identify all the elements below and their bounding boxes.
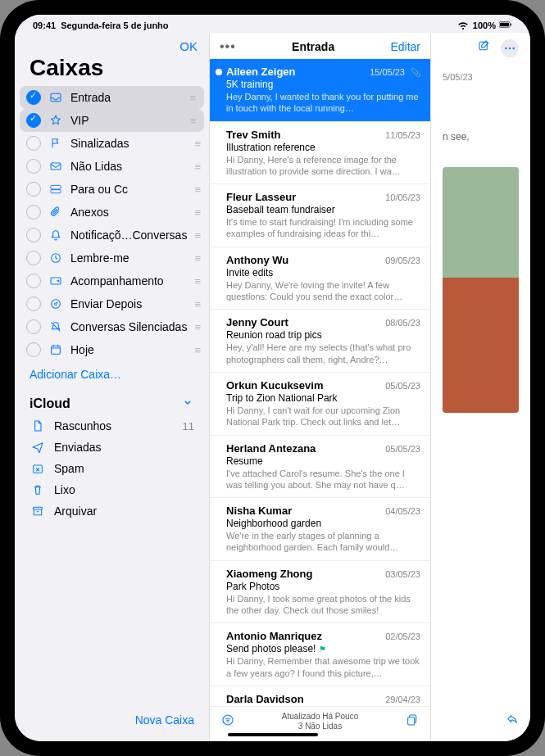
mailbox-row[interactable]: Sinalizadas≡ <box>15 132 209 155</box>
message-row[interactable]: Orkun Kucuksevim05/05/23Trip to Zion Nat… <box>210 373 430 436</box>
message-subject: Baseball team fundraiser <box>226 204 420 215</box>
message-row[interactable]: Fleur Lasseur10/05/23Baseball team fundr… <box>210 184 430 247</box>
checkbox-icon[interactable] <box>26 297 41 311</box>
checkbox-icon[interactable] <box>26 205 41 220</box>
flag-icon <box>48 137 64 150</box>
message-preview: Hi Danny, I took some great photos of th… <box>226 593 420 617</box>
bell-icon <box>48 229 64 242</box>
account-folder-row[interactable]: Rascunhos11 <box>15 415 209 437</box>
section-title: iCloud <box>30 396 70 411</box>
message-row[interactable]: Jenny Court08/05/23Reunion road trip pic… <box>210 310 430 373</box>
mailbox-row[interactable]: Hoje≡ <box>15 338 209 361</box>
checkbox-icon[interactable] <box>26 274 41 288</box>
message-date: 09/05/23 <box>385 256 420 265</box>
checkbox-icon[interactable] <box>26 136 41 151</box>
mailbox-label: Notificaçõ…Conversas <box>70 229 188 242</box>
home-indicator[interactable] <box>228 733 318 736</box>
mailbox-row[interactable]: Entrada≡ <box>20 86 204 109</box>
message-reader-panel: 5/05/23 n see, <box>431 33 530 741</box>
checkbox-icon[interactable] <box>26 228 41 242</box>
message-subject: 5K training <box>226 79 420 90</box>
more-icon[interactable] <box>501 39 519 57</box>
svg-point-13 <box>223 715 233 725</box>
trash-icon <box>30 483 46 496</box>
mailbox-row[interactable]: VIP≡ <box>20 109 204 132</box>
checkbox-icon[interactable] <box>26 319 41 334</box>
send-later-icon <box>48 297 64 310</box>
mailbox-row[interactable]: Para ou Cc≡ <box>15 178 209 201</box>
message-row[interactable]: Xiaomeng Zhong03/05/23Park PhotosHi Dann… <box>210 561 430 624</box>
reader-attachment-image[interactable] <box>443 167 519 413</box>
reorder-handle-icon[interactable]: ≡ <box>194 252 201 265</box>
svg-rect-6 <box>51 190 61 193</box>
message-row[interactable]: Anthony Wu09/05/23Invite editsHey Danny,… <box>210 247 430 310</box>
reply-icon[interactable] <box>506 713 519 727</box>
bell-slash-icon <box>48 320 64 333</box>
checkbox-icon[interactable] <box>26 342 41 357</box>
mailbox-row[interactable]: Notificaçõ…Conversas≡ <box>15 224 209 247</box>
unread-dot-icon <box>216 69 222 75</box>
message-row[interactable]: Darla Davidson29/04/23The best vacation <box>210 686 430 706</box>
checkbox-icon[interactable] <box>26 251 41 265</box>
mailbox-label: Não Lidas <box>70 160 188 173</box>
mailbox-row[interactable]: Acompanhamento≡ <box>15 269 209 292</box>
reorder-handle-icon[interactable]: ≡ <box>194 183 201 196</box>
reorder-handle-icon[interactable]: ≡ <box>194 206 201 219</box>
message-row[interactable]: Herland Antezana05/05/23ResumeI've attac… <box>210 436 430 499</box>
message-row[interactable]: Nisha Kumar04/05/23Neighborhood gardenWe… <box>210 498 430 561</box>
folder-label: Enviadas <box>54 441 194 454</box>
message-preview: We're in the early stages of planning a … <box>226 530 420 554</box>
new-mailbox-button[interactable]: Nova Caixa <box>135 713 194 727</box>
mailbox-row[interactable]: Não Lidas≡ <box>15 155 209 178</box>
mailbox-row[interactable]: Enviar Depois≡ <box>15 292 209 315</box>
filter-icon[interactable] <box>221 713 234 730</box>
copy-icon[interactable] <box>406 713 419 730</box>
battery-icon <box>499 18 512 33</box>
checkbox-icon[interactable] <box>26 182 41 197</box>
account-folder-row[interactable]: Lixo <box>15 479 209 500</box>
message-sender: Trev Smith <box>226 129 280 141</box>
folder-label: Spam <box>54 462 194 475</box>
mailbox-row[interactable]: Lembre-me≡ <box>15 247 209 269</box>
message-row[interactable]: Aileen Zeigen15/05/23 📎5K trainingHey Da… <box>210 59 430 122</box>
reorder-handle-icon[interactable]: ≡ <box>194 161 201 173</box>
message-subject: Invite edits <box>226 267 420 278</box>
reorder-handle-icon[interactable]: ≡ <box>189 115 196 127</box>
message-row[interactable]: Trev Smith11/05/23Illustration reference… <box>210 122 430 185</box>
account-folder-row[interactable]: Enviadas <box>15 437 209 458</box>
reorder-handle-icon[interactable]: ≡ <box>194 344 201 356</box>
message-date: 08/05/23 <box>385 318 420 328</box>
account-section-header[interactable]: iCloud <box>15 387 209 415</box>
compose-icon[interactable] <box>478 39 491 57</box>
reorder-handle-icon[interactable]: ≡ <box>189 92 196 104</box>
mailbox-row[interactable]: Conversas Silenciadas≡ <box>15 315 209 338</box>
status-time: 09:41 <box>33 20 56 30</box>
checkbox-icon[interactable] <box>26 113 41 128</box>
clock-icon <box>48 251 64 265</box>
message-preview: Hi Danny, Remember that awesome trip we … <box>226 655 420 679</box>
message-date: 11/05/23 <box>385 130 420 140</box>
checkbox-icon[interactable] <box>26 90 41 105</box>
flag-icon: ⚑ <box>319 645 326 654</box>
edit-button[interactable]: Editar <box>390 40 420 53</box>
account-folder-row[interactable]: Spam <box>15 458 209 479</box>
reorder-handle-icon[interactable]: ≡ <box>194 229 201 242</box>
ok-button[interactable]: OK <box>179 39 198 53</box>
message-row[interactable]: Antonio Manriquez02/05/23Send photos ple… <box>210 623 430 686</box>
message-list-menu-icon[interactable]: ••• <box>220 39 236 54</box>
checkbox-icon[interactable] <box>26 159 41 174</box>
reorder-handle-icon[interactable]: ≡ <box>194 321 201 333</box>
message-subject: Reunion road trip pics <box>226 329 420 341</box>
svg-rect-12 <box>34 507 43 509</box>
message-preview: I've attached Carol's resume. She's the … <box>226 468 420 491</box>
tray-icon <box>48 91 64 104</box>
reorder-handle-icon[interactable]: ≡ <box>194 275 201 287</box>
para-cc-icon <box>48 183 64 196</box>
add-mailbox-button[interactable]: Adicionar Caixa… <box>15 361 209 387</box>
account-folder-row[interactable]: Arquivar <box>15 500 209 522</box>
mailbox-row[interactable]: Anexos≡ <box>15 201 209 224</box>
reorder-handle-icon[interactable]: ≡ <box>194 138 201 150</box>
message-preview: Hi Danny, I can't wait for our upcoming … <box>226 405 420 428</box>
mailbox-label: VIP <box>70 114 183 127</box>
reorder-handle-icon[interactable]: ≡ <box>194 298 201 310</box>
